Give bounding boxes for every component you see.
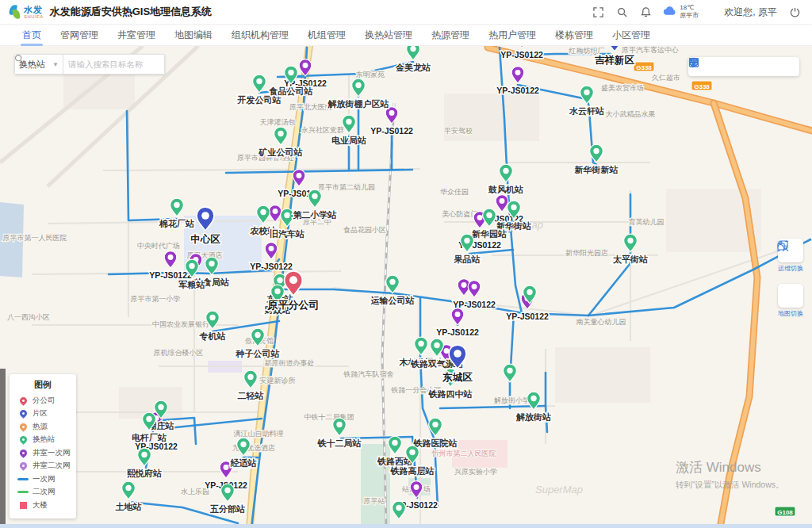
reset-icon[interactable] — [726, 58, 744, 75]
list-icon[interactable] — [779, 58, 796, 75]
nav-item-热源管理[interactable]: 热源管理 — [427, 24, 474, 46]
station-pin-dot — [125, 485, 131, 491]
zoom-out-icon[interactable] — [709, 58, 726, 75]
station-pin-dot — [389, 279, 395, 285]
legend-item-大楼: 大楼 — [10, 499, 76, 512]
map-poi-label: 兴原实验小学 — [454, 468, 497, 476]
station-label: 经适站 — [230, 458, 257, 468]
company-pin-dot — [289, 276, 297, 284]
well-label: YP-JS0122 — [506, 312, 549, 321]
search-submit-icon[interactable] — [146, 55, 162, 74]
map-poi-label: 原平市第二幼儿园 — [318, 183, 375, 191]
legend-label: 井室二次网 — [33, 461, 71, 471]
legend-symbol — [17, 397, 29, 404]
legend-label: 换热站 — [33, 434, 56, 445]
station-pin-dot — [224, 488, 230, 493]
layers-tool-icon[interactable] — [761, 58, 779, 75]
well-label: YP-JS0122 — [453, 300, 496, 309]
station-label: 旧汽车站 — [270, 229, 304, 239]
legend-title: 图例 — [10, 379, 76, 391]
station-pin-dot — [396, 505, 401, 511]
search-icon[interactable] — [615, 6, 628, 18]
station-label: 铁路西站 — [377, 457, 412, 466]
map-poi-label: 天津灌汤包 — [260, 118, 296, 126]
well-pin-dot — [269, 246, 274, 251]
legend-symbol — [17, 423, 29, 430]
road-number-text: G338 — [636, 64, 652, 71]
side-tool-label: 运维切换 — [778, 264, 803, 273]
map-poi-label: 忻州市第二人民医院 — [431, 450, 496, 457]
station-pin-dot — [260, 209, 266, 215]
legend-label: 热源 — [33, 422, 48, 432]
well-pin-dot — [477, 215, 483, 220]
main-nav: 首页管网管理井室管理地图编辑组织机构管理机组管理换热站管理热源管理热用户管理楼栋… — [0, 24, 812, 46]
logo-mark-icon — [8, 4, 21, 20]
well-pin-dot — [297, 173, 302, 178]
station-pin-dot — [593, 148, 599, 154]
station-label: 五分部站 — [209, 504, 245, 514]
legend-symbol — [17, 478, 29, 480]
nav-item-组织机构管理[interactable]: 组织机构管理 — [227, 24, 293, 46]
well-pin-dot — [414, 484, 419, 490]
station-pin-dot — [346, 119, 351, 124]
well-label: YP-JS0122 — [370, 126, 413, 136]
station-label: 土地站 — [116, 502, 142, 511]
map-poi-label: 美心防盗门 — [442, 210, 478, 218]
legend-item-换热站: 换热站 — [10, 434, 76, 447]
legend-label: 分公司 — [33, 396, 56, 406]
road-number-text: G338 — [694, 83, 710, 90]
welcome-text: 欢迎您, 原平 — [724, 6, 777, 19]
station-pin-dot — [278, 131, 283, 136]
nav-item-热用户管理[interactable]: 热用户管理 — [484, 24, 541, 46]
station-label: 矿业公司站 — [259, 147, 303, 157]
map-poi-label: 八一西沟小区 — [7, 313, 50, 321]
side-tool-map-switch[interactable]: 地图切换 — [776, 284, 806, 318]
map-poi-label: 红梅纺织厂 — [569, 47, 605, 55]
station-label: 解放街站 — [515, 412, 551, 422]
nav-item-首页[interactable]: 首页 — [17, 24, 46, 46]
station-pin-dot — [141, 452, 147, 457]
station-pin-dot — [410, 46, 416, 52]
legend-symbol — [17, 462, 29, 469]
station-pin-dot — [418, 341, 423, 346]
logout-icon[interactable] — [788, 6, 801, 18]
windows-activate-line1: 激活 Windows — [676, 458, 784, 476]
station-pin-dot — [409, 450, 415, 455]
well-pin-dot — [515, 70, 521, 75]
fullscreen-icon[interactable] — [592, 6, 604, 18]
station-label: 电杆厂站 — [132, 433, 167, 442]
station-pin-dot — [274, 289, 280, 294]
map-canvas[interactable]: SuperMapSuperMap原平市实验中学东明家苑原平北大医院天津灌汤包永兴… — [0, 46, 812, 528]
station-pin-dot — [256, 78, 262, 84]
station-pin-dot — [527, 289, 532, 295]
station-label: 二轻站 — [238, 391, 264, 400]
measure-icon[interactable] — [744, 58, 761, 75]
bell-icon[interactable] — [639, 6, 652, 18]
well-pin-dot — [500, 198, 505, 204]
search-input[interactable] — [63, 59, 146, 69]
nav-item-地图编辑[interactable]: 地图编辑 — [170, 24, 217, 46]
well-pin-dot — [303, 63, 308, 68]
district-label: 吉祥新区 — [595, 55, 635, 66]
station-label: 鼓风机站 — [488, 185, 523, 194]
legend-symbol — [17, 491, 29, 493]
windows-activate-watermark: 激活 Windows 转到“设置”以激活 Windows。 — [676, 458, 784, 491]
station-pin-dot — [530, 396, 536, 401]
map-poi-label: 安建新诊所 — [260, 377, 296, 385]
nav-item-井室管理[interactable]: 井室管理 — [113, 24, 160, 46]
screen-edge-strip — [0, 369, 6, 528]
station-label: 水云轩站 — [569, 106, 604, 116]
nav-item-管网管理[interactable]: 管网管理 — [56, 24, 103, 46]
nav-item-楼栋管理[interactable]: 楼栋管理 — [550, 24, 598, 46]
well-label: YP-JS0122 — [436, 327, 479, 337]
nav-item-机组管理[interactable]: 机组管理 — [303, 24, 350, 46]
side-tools: 运维切换地图切换 — [776, 239, 806, 318]
bottom-strip — [0, 524, 812, 528]
station-label: 熙悦府站 — [127, 469, 162, 478]
nav-item-换热站管理[interactable]: 换热站管理 — [360, 24, 417, 46]
weather-city: 原平市 — [680, 12, 699, 20]
well-pin-dot — [389, 110, 395, 116]
nav-item-小区管理[interactable]: 小区管理 — [607, 24, 655, 46]
map-poi-label: 永兴社区党群 — [301, 126, 344, 134]
map-poi-label: 久仁超市 — [652, 74, 680, 82]
